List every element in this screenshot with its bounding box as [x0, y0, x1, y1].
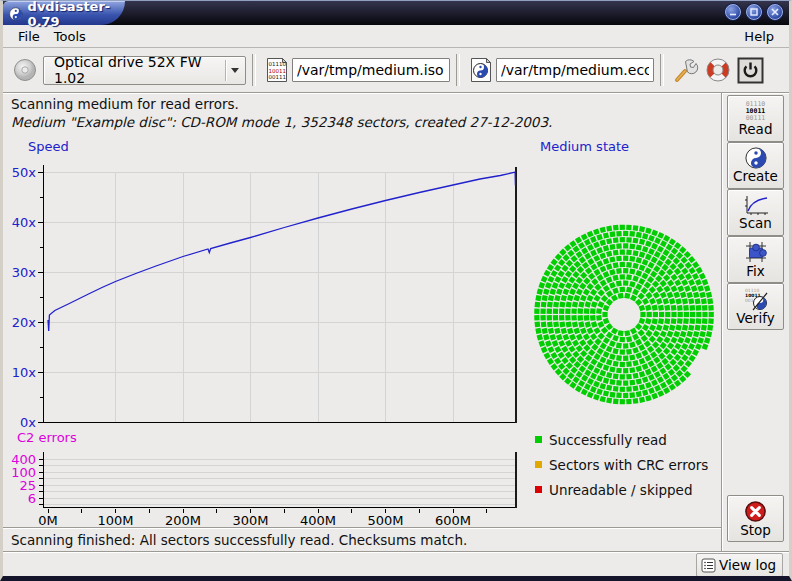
view-log-button[interactable]: View log — [696, 553, 783, 577]
ecc-file-icon — [469, 57, 493, 83]
toolbar-separator — [660, 54, 664, 86]
legend-item-read: Successfully read — [535, 427, 708, 452]
title-tab: dvdisaster-0.79 — [3, 1, 125, 25]
binary-rows-icon: 01110 10011 00111 — [746, 101, 766, 122]
legend-item-crc: Sectors with CRC errors — [535, 452, 708, 477]
lifebelt-icon — [705, 57, 731, 83]
maximize-button[interactable] — [746, 4, 762, 20]
fix-button[interactable]: Fix — [727, 236, 784, 283]
help-button[interactable] — [705, 57, 731, 83]
menu-file[interactable]: File — [11, 27, 47, 46]
create-button[interactable]: Create — [727, 142, 784, 189]
legend-label: Sectors with CRC errors — [549, 457, 708, 473]
legend-swatch-red — [535, 486, 542, 493]
medium-info: Medium "Example disc": CD-ROM mode 1, 35… — [11, 114, 721, 130]
preferences-button[interactable] — [673, 57, 699, 83]
svg-text:300M: 300M — [232, 513, 268, 527]
legend-item-unreadable: Unreadable / skipped — [535, 477, 708, 502]
footer-bar: View log — [3, 551, 789, 578]
svg-text:10011: 10011 — [269, 68, 287, 74]
chart-region: Speed Medium state C2 errors 0x10x20x30x… — [3, 135, 721, 527]
scan-result-status: Scanning finished: All sectors successfu… — [3, 527, 721, 551]
cd-drive-icon — [13, 58, 37, 82]
power-icon — [737, 57, 764, 84]
maximize-icon — [749, 7, 759, 17]
verify-button[interactable]: 01110 10011 00111 Verify — [727, 283, 784, 330]
quit-button[interactable] — [737, 57, 764, 84]
svg-text:30x: 30x — [12, 265, 37, 280]
svg-text:600M: 600M — [435, 513, 471, 527]
legend-swatch-green — [535, 436, 542, 443]
drive-selector-value: Optical drive 52X FW 1.02 — [44, 54, 225, 86]
legend-label: Unreadable / skipped — [549, 482, 692, 498]
svg-text:200M: 200M — [165, 513, 201, 527]
yinyang-icon — [745, 147, 767, 169]
action-panel: 01110 10011 00111 Read Create — [721, 93, 789, 551]
toolbar-separator — [252, 54, 256, 86]
svg-text:40x: 40x — [12, 215, 37, 230]
titlebar: dvdisaster-0.79 — [3, 1, 789, 25]
scan-curve-icon — [743, 195, 769, 216]
menu-tools[interactable]: Tools — [47, 27, 93, 46]
wrench-icon — [673, 57, 699, 83]
window-title: dvdisaster-0.79 — [28, 0, 125, 29]
svg-text:500M: 500M — [367, 513, 403, 527]
svg-text:20x: 20x — [12, 315, 37, 330]
app-window: dvdisaster-0.79 File Tools Help — [0, 0, 792, 581]
view-log-label: View log — [719, 557, 776, 573]
close-button[interactable] — [767, 4, 783, 20]
ecc-path-input[interactable] — [496, 58, 654, 82]
menu-help[interactable]: Help — [737, 27, 781, 46]
read-button[interactable]: 01110 10011 00111 Read — [727, 95, 784, 142]
toolbar-separator — [456, 54, 460, 86]
medium-state-disc — [534, 225, 714, 405]
drive-selector[interactable]: Optical drive 52X FW 1.02 — [43, 56, 246, 85]
minimize-button[interactable] — [725, 4, 741, 20]
app-logo-yinyang-icon — [9, 6, 23, 22]
svg-text:0x: 0x — [20, 415, 36, 430]
iso-file-icon: 01110 10011 00111 — [265, 57, 289, 83]
log-list-icon — [701, 558, 716, 573]
medium-state-legend: Successfully read Sectors with CRC error… — [535, 427, 708, 502]
scan-button[interactable]: Scan — [727, 189, 784, 236]
svg-text:01110: 01110 — [269, 61, 287, 67]
main-area: Scanning medium for read errors. Medium … — [3, 93, 721, 551]
stop-icon — [744, 500, 767, 523]
toolbar: Optical drive 52X FW 1.02 01110 10011 00… — [3, 48, 789, 93]
legend-label: Successfully read — [549, 432, 667, 448]
svg-text:400M: 400M — [300, 513, 336, 527]
svg-text:10x: 10x — [12, 365, 37, 380]
svg-text:50x: 50x — [12, 165, 37, 180]
svg-text:6: 6 — [28, 491, 36, 506]
chevron-down-icon — [226, 68, 245, 73]
minimize-icon — [728, 7, 738, 17]
svg-text:0M: 0M — [38, 513, 58, 527]
verify-icon: 01110 10011 00111 — [743, 287, 769, 311]
status-headline: Scanning medium for read errors. — [11, 96, 721, 112]
stop-button[interactable]: Stop — [727, 495, 784, 542]
svg-text:00111: 00111 — [269, 74, 287, 80]
puzzle-icon — [744, 240, 768, 264]
drive-button[interactable] — [13, 58, 37, 82]
iso-file-button[interactable]: 01110 10011 00111 — [265, 57, 289, 83]
legend-swatch-yellow — [535, 461, 542, 468]
close-icon — [770, 7, 780, 17]
iso-path-input[interactable] — [292, 58, 450, 82]
svg-text:100M: 100M — [97, 513, 133, 527]
ecc-file-button[interactable] — [469, 57, 493, 83]
